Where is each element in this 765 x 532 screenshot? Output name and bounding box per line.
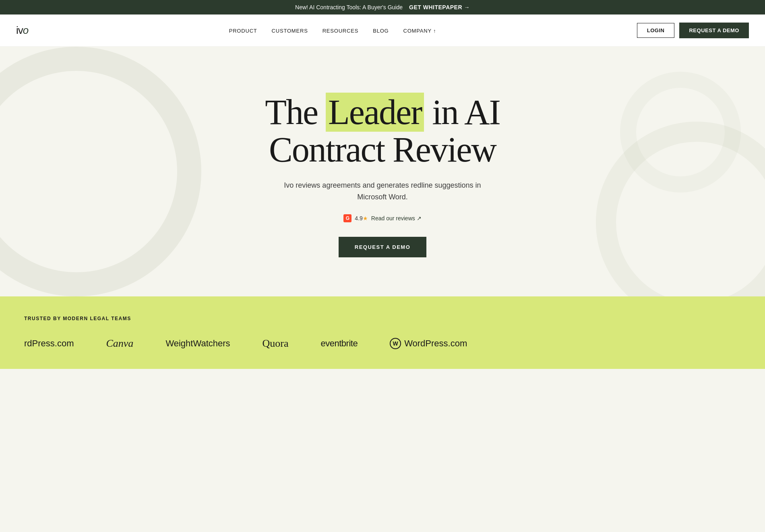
nav-link-company[interactable]: COMPANY ↑ [403,28,436,34]
navigation: ivo PRODUCT CUSTOMERS RESOURCES BLOG COM… [0,14,765,47]
request-demo-nav-button[interactable]: REQUEST A DEMO [679,23,749,38]
rating-score: 4.9★ [355,215,368,221]
announcement-text: New! AI Contracting Tools: A Buyer's Gui… [295,4,403,10]
nav-link-product[interactable]: PRODUCT [229,28,257,34]
nav-link-blog[interactable]: BLOG [373,28,389,34]
nav-item-resources[interactable]: RESOURCES [323,27,359,34]
nav-actions: LOGIN REQUEST A DEMO [637,23,749,38]
request-demo-hero-button[interactable]: REQUEST A DEMO [339,237,427,257]
nav-item-blog[interactable]: BLOG [373,27,389,34]
nav-link-resources[interactable]: RESOURCES [323,28,359,34]
logo-canva: Canva [106,337,133,350]
logo-weightwatchers: WeightWatchers [165,338,230,349]
decorative-circle [620,72,741,193]
hero-title-before: The [265,93,326,132]
logo-eventbrite: eventbrite [321,338,358,349]
announcement-cta[interactable]: GET WHITEPAPER → [409,4,470,10]
hero-rating: G 4.9★ Read our reviews ↗ [343,214,421,222]
hero-title: The Leader in AIContract Review [265,94,500,168]
wordpress-icon: W [390,338,401,349]
trusted-label: TRUSTED BY MODERN LEGAL TEAMS [24,316,741,321]
announcement-bar: New! AI Contracting Tools: A Buyer's Gui… [0,0,765,14]
logo[interactable]: ivo [16,24,28,37]
nav-item-company[interactable]: COMPANY ↑ [403,27,436,34]
logo-wordpress: W WordPress.com [390,338,467,349]
g2-logo: G [343,214,351,222]
nav-item-customers[interactable]: CUSTOMERS [272,27,308,34]
trusted-section: TRUSTED BY MODERN LEGAL TEAMS rdPress.co… [0,296,765,369]
logos-row: rdPress.com Canva WeightWatchers Quora e… [24,337,741,350]
logo-text: ivo [16,24,28,37]
nav-link-customers[interactable]: CUSTOMERS [272,28,308,34]
nav-links: PRODUCT CUSTOMERS RESOURCES BLOG COMPANY… [229,27,436,34]
logo-wordpress-partial: rdPress.com [24,338,74,349]
nav-item-product[interactable]: PRODUCT [229,27,257,34]
hero-title-highlight: Leader [326,93,424,132]
login-button[interactable]: LOGIN [637,23,675,38]
rating-link[interactable]: Read our reviews ↗ [371,215,422,221]
hero-subtitle: Ivo reviews agreements and generates red… [270,180,495,203]
hero-section: The Leader in AIContract Review Ivo revi… [0,47,765,296]
logo-quora: Quora [263,337,289,350]
